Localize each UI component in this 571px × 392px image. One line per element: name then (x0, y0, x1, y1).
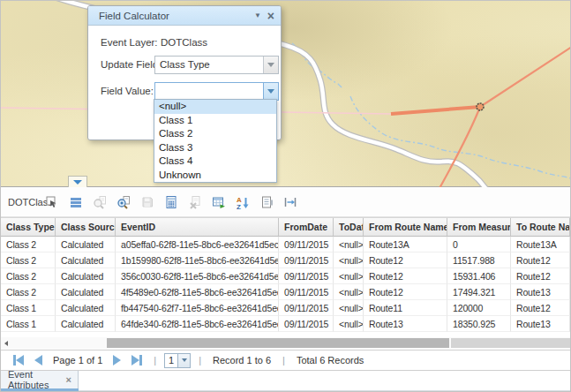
table-cell: 09/11/2015 (279, 237, 334, 253)
update-field-combobox[interactable]: Class Type (154, 56, 279, 74)
panel-collapse-tab[interactable] (68, 176, 87, 187)
table-cell: Route12 (511, 300, 570, 316)
separator: | (154, 355, 156, 366)
table-cell: a05effa0-62f8-11e5-8bc6-ee32641d5ec9 (116, 237, 279, 253)
delete-selected-icon (188, 195, 202, 209)
table-cell: Calculated (56, 237, 116, 253)
table-cell: Calculated (56, 253, 116, 268)
last-page-button[interactable] (131, 355, 142, 366)
column-header[interactable]: ToDate (334, 218, 364, 237)
dropdown-option[interactable]: Unknown (154, 169, 276, 183)
record-range-label: Record 1 to 6 (213, 355, 271, 366)
field-value-combobox[interactable] (154, 82, 279, 101)
column-header[interactable]: Class Type (1, 218, 56, 237)
table-cell: <null> (334, 284, 364, 300)
scrollbar-thumb[interactable] (107, 338, 449, 348)
column-header[interactable]: Class Source (56, 218, 116, 237)
resize-columns-icon[interactable] (283, 195, 297, 209)
page-label: Page 1 of 1 (53, 355, 102, 366)
table-row[interactable]: Class 1Calculated64fde340-62f8-11e5-8bc6… (1, 316, 570, 332)
event-layer-value: DOTClass (161, 37, 207, 48)
field-value-label: Field Value: (101, 86, 154, 96)
table-cell: Calculated (56, 284, 116, 300)
tab-event-attributes[interactable]: Event Attributes × (1, 371, 79, 388)
event-layer-label: Event Layer: (101, 37, 158, 48)
chevron-down-icon (267, 89, 274, 94)
table-cell: Route13A (364, 237, 447, 253)
table-cell: 1b159980-62f8-11e5-8bc6-ee32641d5ec9 (116, 253, 279, 268)
dialog-collapse-button[interactable]: ▼ (254, 12, 261, 19)
zoom-to-record-icon[interactable] (116, 195, 131, 209)
table-cell: 09/11/2015 (279, 300, 334, 316)
dropdown-option[interactable]: Class 2 (154, 127, 276, 141)
field-value-dropdown-button[interactable] (263, 83, 278, 100)
table-cell: Route13A (511, 237, 570, 253)
table-row[interactable]: Class 2Calculated1b159980-62f8-11e5-8bc6… (1, 253, 570, 268)
tab-close-icon[interactable]: × (66, 374, 71, 385)
dropdown-option[interactable]: Class 3 (154, 141, 276, 155)
table-cell: <null> (334, 300, 364, 316)
dropdown-option[interactable]: Class 4 (154, 155, 276, 169)
sort-icon[interactable] (236, 195, 250, 209)
scrollbar-track-right[interactable] (451, 338, 570, 348)
route-junction-marker[interactable] (477, 103, 484, 110)
page-number-value[interactable]: 1 (164, 353, 178, 368)
dropdown-option[interactable]: Class 1 (154, 114, 276, 128)
dropdown-option[interactable]: <null> (154, 100, 276, 114)
table-cell: Class 2 (1, 253, 56, 268)
table-row[interactable]: Class 1Calculatedfb447540-62f7-11e5-8bc6… (1, 300, 570, 316)
show-selected-records-icon[interactable] (69, 195, 83, 209)
dialog-close-button[interactable]: × (267, 10, 274, 22)
table-cell: Class 1 (1, 300, 56, 316)
map-features-layer (1, 1, 571, 187)
page-number-spinner[interactable]: 1 (164, 353, 191, 368)
column-header[interactable]: From Route Name (364, 218, 447, 237)
column-header[interactable]: From Measure (447, 218, 511, 237)
horizontal-scrollbar[interactable] (1, 337, 570, 349)
table-cell: Calculated (56, 316, 116, 332)
previous-page-button[interactable] (34, 355, 42, 366)
table-row[interactable]: Class 2Calculated4f5489e0-62f8-11e5-8bc6… (1, 284, 570, 300)
field-calculator-icon[interactable] (164, 195, 178, 209)
table-cell: 15931.406 (447, 268, 511, 284)
table-cell: Route11 (364, 300, 447, 316)
dialog-title: Field Calculator (99, 11, 248, 21)
column-header[interactable]: To Route Name (511, 218, 570, 237)
table-cell: 18350.925 (447, 316, 511, 332)
active-tab-underline (1, 388, 79, 392)
table-cell: Calculated (56, 300, 116, 316)
save-icon (140, 195, 154, 209)
page-number-dropdown-button[interactable] (178, 353, 191, 368)
next-page-button[interactable] (113, 355, 121, 366)
table-cell: Class 1 (1, 316, 56, 332)
table-cell: <null> (334, 253, 364, 268)
table-cell: 4f5489e0-62f8-11e5-8bc6-ee32641d5ec9 (116, 284, 279, 300)
select-features-icon[interactable] (45, 195, 59, 209)
table-row[interactable]: Class 2Calculateda05effa0-62f8-11e5-8bc6… (1, 237, 570, 253)
table-filler (1, 332, 570, 350)
table-cell: <null> (334, 237, 364, 253)
table-row[interactable]: Class 2Calculated356c0030-62f8-11e5-8bc6… (1, 268, 570, 284)
attribute-table: Class TypeClass SourceEventIDFromDateToD… (1, 217, 570, 332)
column-header[interactable]: EventID (116, 218, 279, 237)
layer-name-label: DOTClass (8, 197, 45, 207)
add-record-icon[interactable] (212, 195, 226, 209)
attributes-icon[interactable] (259, 195, 274, 209)
table-cell: Route13 (511, 316, 570, 332)
table-body: Class 2Calculateda05effa0-62f8-11e5-8bc6… (1, 237, 570, 332)
table-cell: Route12 (511, 268, 570, 284)
table-cell: Route12 (364, 284, 447, 300)
first-page-button[interactable] (13, 355, 24, 366)
table-cell: 0 (447, 237, 511, 253)
scroll-left-icon[interactable] (4, 341, 8, 346)
map-canvas[interactable] (1, 1, 570, 187)
update-field-dropdown-button[interactable] (263, 57, 278, 73)
pagination-bar: Page 1 of 1 | 1 | Record 1 to 6 | Total … (1, 350, 570, 370)
column-header[interactable]: FromDate (279, 218, 334, 237)
table-cell: Class 2 (1, 284, 56, 300)
table-cell: 120000 (447, 300, 511, 316)
update-field-label: Update Field: (101, 59, 161, 70)
table-cell: Calculated (56, 268, 116, 284)
tab-label: Event Attributes (8, 369, 66, 390)
dialog-titlebar[interactable]: Field Calculator ▼ × (88, 6, 281, 26)
